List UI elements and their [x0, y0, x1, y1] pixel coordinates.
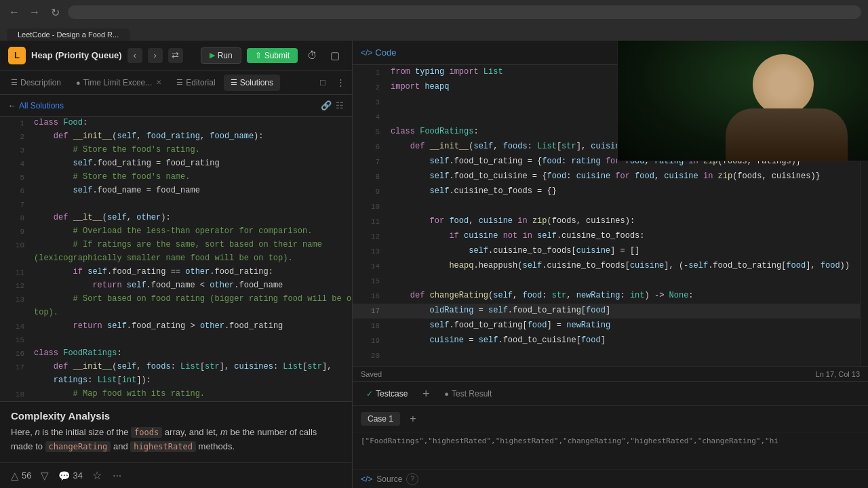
left-panel: L Heap (Priority Queue) ‹ › ⇄ ▶ Run ⇧ Su…: [0, 41, 353, 488]
editor-line-11: 11 for food, cuisine in zip(foods, cuisi…: [353, 214, 868, 229]
tab-time-limit[interactable]: ● Time Limit Excee... ✕: [69, 75, 168, 91]
test-input-area: ["FoodRatings","highestRated","highestRa…: [353, 432, 868, 469]
editor-line-13: 13 self.cuisine_to_foods[cuisine] = []: [353, 244, 868, 259]
tab-description[interactable]: ☰ Description: [4, 75, 68, 91]
upvote-count: 56: [22, 470, 31, 481]
downvote-button[interactable]: ▽: [41, 470, 49, 482]
comment-button[interactable]: 💬 34: [58, 470, 82, 481]
upvote-button[interactable]: △ 56: [11, 470, 31, 482]
case-label[interactable]: Case 1: [361, 412, 400, 426]
saved-status: Saved: [361, 370, 382, 378]
browser-chrome: ← → ↻ leetcode.com/problems/design-a-foo…: [0, 0, 868, 41]
bookmark-icon-button[interactable]: ☷: [336, 100, 344, 110]
lc-logo: L: [8, 47, 26, 64]
collapse-button[interactable]: ⋮: [333, 75, 348, 90]
next-problem-button[interactable]: ›: [148, 48, 163, 63]
source-footer: </> Source ?: [353, 469, 868, 488]
code-line-6: 6 self.food_name = food_name: [0, 184, 352, 198]
editor-line-14: 14 heapq.heappush(self.cuisine_to_foods[…: [353, 259, 868, 274]
add-test-case-button[interactable]: +: [418, 386, 433, 401]
downvote-icon: ▽: [41, 470, 49, 482]
code-line-10: 10 # If ratings are the same, sort based…: [0, 239, 352, 252]
test-tab-bar: ✓ Testcase + ● Test Result: [353, 382, 868, 406]
webcam-overlay: [617, 41, 868, 161]
editor-line-20: 20: [353, 348, 868, 363]
code-line-7: 7: [0, 198, 352, 211]
complexity-text-and: and: [113, 441, 130, 451]
webcam-feed: [618, 41, 868, 161]
bottom-actions-bar: △ 56 ▽ 💬 34 ☆ ···: [0, 462, 352, 488]
code-line-3: 3 # Store the food's rating.: [0, 144, 352, 157]
upload-icon: ⇧: [255, 51, 262, 60]
code-line-13-cont: top).: [0, 306, 352, 320]
complexity-text-mid2: array, and let,: [165, 427, 220, 437]
source-info-button[interactable]: ?: [406, 473, 418, 485]
solutions-icon: ☰: [231, 78, 237, 87]
status-bar: Saved Ln 17, Col 13: [353, 366, 868, 381]
source-label: Source: [376, 474, 402, 484]
ln-col-status: Ln 17, Col 13: [816, 370, 860, 378]
complexity-title: Complexity Analysis: [11, 410, 341, 422]
tab-solutions[interactable]: ☰ Solutions: [224, 75, 280, 91]
code-line-8: 8 def __lt__(self, other):: [0, 211, 352, 225]
solution-code-scroll[interactable]: 1 class Food: 2 def __init__(self, food_…: [0, 117, 352, 401]
code-line-17-cont: ratings: List[int]):: [0, 374, 352, 388]
add-case-button[interactable]: +: [406, 411, 420, 426]
bookmark-button[interactable]: ☆: [92, 469, 102, 482]
prev-problem-button[interactable]: ‹: [127, 48, 142, 63]
foods-inline-code: foods: [131, 427, 162, 438]
run-button[interactable]: ▶ Run: [201, 47, 241, 64]
editor-line-8: 8 self.food_to_cuisine = {food: cuisine …: [353, 169, 868, 184]
refresh-button[interactable]: ↻: [47, 5, 62, 20]
lc-topbar: L Heap (Priority Queue) ‹ › ⇄ ▶ Run ⇧ Su…: [0, 41, 352, 70]
expand-button[interactable]: □: [315, 75, 330, 90]
editor-line-16: 16 def changeRating(self, food: str, new…: [353, 289, 868, 304]
comment-count: 34: [73, 470, 82, 481]
code-line-4: 4 self.food_rating = food_rating: [0, 157, 352, 171]
editorial-icon: ☰: [176, 78, 183, 87]
editor-line-10: 10: [353, 199, 868, 214]
back-button[interactable]: ←: [7, 5, 22, 20]
m-var: m: [220, 427, 228, 437]
testcase-tab[interactable]: ✓ Testcase: [361, 386, 413, 401]
test-input-content: ["FoodRatings","highestRated","highestRa…: [361, 436, 860, 445]
test-area: ✓ Testcase + ● Test Result Case 1 + ["Fo…: [353, 381, 868, 488]
code-line-12: 12 return self.food_name < other.food_na…: [0, 279, 352, 293]
code-line-17: 17 def __init__(self, foods: List[str], …: [0, 361, 352, 374]
code-line-14: 14 return self.food_rating > other.food_…: [0, 320, 352, 333]
code-line-1: 1 class Food:: [0, 117, 352, 130]
note-button[interactable]: ▢: [326, 47, 344, 64]
more-options-button[interactable]: ···: [113, 470, 121, 482]
address-bar[interactable]: leetcode.com/problems/design-a-food-rati…: [68, 5, 861, 19]
code-line-18: 18 # Map food with its rating.: [0, 388, 352, 401]
changerating-inline-code: changeRating: [45, 441, 111, 452]
complexity-text-mid1: is the initial size of the: [42, 427, 128, 437]
editor-line-15: 15: [353, 274, 868, 289]
code-line-10-cont: (lexicographically smaller name food wil…: [0, 252, 352, 266]
complexity-text: Here, n is the initial size of the foods…: [11, 426, 341, 454]
test-result-tab[interactable]: ● Test Result: [439, 386, 497, 401]
complexity-text-end: methods.: [199, 441, 235, 451]
play-icon: ▶: [210, 51, 215, 60]
code-label: </> Code: [361, 47, 396, 58]
highestrated-inline-code: highestRated: [130, 441, 196, 452]
browser-tab-active[interactable]: LeetCode - Design a Food R...: [7, 28, 130, 41]
shuffle-button[interactable]: ⇄: [168, 48, 183, 63]
tab-editorial[interactable]: ☰ Editorial: [170, 75, 222, 91]
submit-button[interactable]: ⇧ Submit: [247, 48, 298, 63]
browser-toolbar: ← → ↻ leetcode.com/problems/design-a-foo…: [0, 0, 868, 24]
back-arrow-icon: ←: [8, 101, 16, 110]
code-line-16: 16 class FoodRatings:: [0, 347, 352, 361]
n-var: n: [35, 427, 42, 437]
tab-close-icon[interactable]: ✕: [156, 79, 161, 86]
code-line-11: 11 if self.food_rating == other.food_rat…: [0, 266, 352, 279]
code-line-9: 9 # Overload the less-than operator for …: [0, 225, 352, 239]
editor-line-12: 12 if cuisine not in self.cuisine_to_foo…: [353, 229, 868, 244]
share-icon-button[interactable]: 🔗: [321, 100, 332, 110]
code-line-15: 15: [0, 333, 352, 347]
editor-line-9: 9 self.cuisine_to_foods = {}: [353, 184, 868, 199]
code-line-13: 13 # Sort based on food rating (bigger r…: [0, 293, 352, 306]
timer-button[interactable]: ⏱: [303, 47, 321, 64]
forward-button[interactable]: →: [27, 5, 42, 20]
back-to-solutions-button[interactable]: ← All Solutions: [8, 101, 64, 110]
